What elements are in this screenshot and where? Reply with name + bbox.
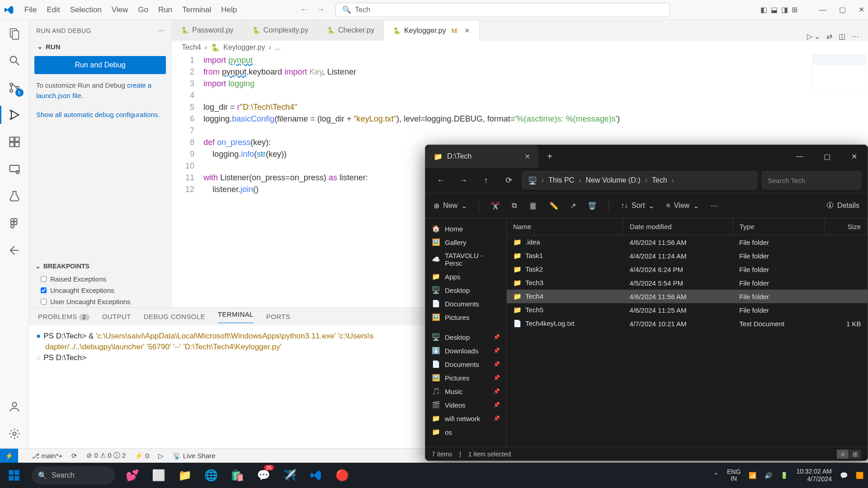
breadcrumb[interactable]: Tech4 › 🐍 Keylogger.py › ...	[172, 41, 868, 54]
explorer-close-icon[interactable]: ✕	[840, 145, 868, 168]
file-row[interactable]: 📁Task24/4/2024 6:24 PMFile folder	[507, 263, 868, 276]
activity-share-icon[interactable]	[6, 242, 23, 258]
window-minimize-icon[interactable]: —	[819, 6, 826, 14]
status-live-share[interactable]: 📡 Live Share	[173, 452, 216, 460]
menu-go[interactable]: Go	[133, 3, 153, 17]
tray-volume-icon[interactable]: 🔊	[764, 472, 772, 479]
layout-panel-icon[interactable]: ⬓	[771, 5, 778, 14]
sidebar-more-icon[interactable]: ⋯	[158, 27, 164, 34]
crumb-thispc[interactable]: This PC	[548, 176, 574, 184]
bp-uncaught-exceptions[interactable]: Uncaught Exceptions	[35, 285, 165, 296]
nav-item[interactable]: ☁️TATAVOLU - Persc	[425, 249, 506, 270]
nav-item[interactable]: 🎬Videos📌	[425, 398, 506, 412]
file-row[interactable]: 📁Tech44/6/2024 11:56 AMFile folder	[507, 290, 868, 303]
panel-terminal[interactable]: TERMINAL	[218, 310, 254, 323]
panel-ports[interactable]: PORTS	[266, 313, 290, 320]
nav-item[interactable]: 📄Documents📌	[425, 357, 506, 371]
breadcrumb-file[interactable]: Keylogger.py	[223, 43, 265, 52]
file-row[interactable]: 📁.idea4/6/2024 11:56 AMFile folder	[507, 235, 868, 249]
panel-output[interactable]: OUTPUT	[102, 313, 131, 320]
menu-help[interactable]: Help	[217, 3, 241, 17]
split-editor-icon[interactable]: ◫	[839, 32, 845, 41]
crumb-volume[interactable]: New Volume (D:)	[586, 176, 641, 184]
bp-raised-checkbox[interactable]	[41, 276, 47, 282]
explorer-new-button[interactable]: ⊕New ⌄	[434, 202, 467, 210]
run-section-header[interactable]: ⌄RUN	[34, 39, 166, 54]
view-details-icon[interactable]: ≡	[837, 450, 849, 459]
bp-user-uncaught-checkbox[interactable]	[41, 299, 47, 305]
tray-language[interactable]: ENGIN	[727, 469, 741, 483]
explorer-up-icon[interactable]: ↑	[477, 171, 495, 189]
taskbar-whatsapp-icon[interactable]: 💬25	[254, 466, 273, 485]
view-icons-icon[interactable]: ⊞	[849, 450, 861, 459]
explorer-minimize-icon[interactable]: —	[786, 145, 813, 168]
col-size[interactable]: Size	[824, 218, 867, 235]
activity-account-icon[interactable]	[6, 399, 23, 415]
tab-close-icon[interactable]: ✕	[464, 27, 470, 35]
activity-debug-icon[interactable]	[6, 107, 23, 123]
explorer-paste-icon[interactable]: 📋	[528, 202, 538, 210]
explorer-more-icon[interactable]: ⋯	[711, 202, 718, 210]
nav-item[interactable]: 🖼️Gallery	[425, 235, 506, 249]
status-problems[interactable]: ⊘ 0 ⚠ 0 ⓘ 2	[86, 451, 126, 460]
status-ports[interactable]: ⚡ 0	[135, 452, 149, 460]
breadcrumb-tail[interactable]: ...	[275, 43, 281, 52]
bp-uncaught-checkbox[interactable]	[41, 287, 47, 293]
layout-customize-icon[interactable]: ⊞	[792, 5, 797, 14]
explorer-rename-icon[interactable]: ✏️	[549, 202, 558, 210]
explorer-refresh-icon[interactable]: ⟳	[500, 171, 518, 189]
run-file-icon[interactable]: ▷ ⌄	[807, 32, 820, 41]
file-row[interactable]: 📄Tech4keyLog.txt4/7/2024 10:21 AMText Do…	[507, 317, 868, 330]
activity-scm-icon[interactable]: 5	[6, 80, 23, 96]
window-maximize-icon[interactable]: ▢	[839, 5, 846, 14]
taskbar-edge-icon[interactable]: 🌐	[202, 466, 221, 485]
explorer-address-bar[interactable]: 🖥️› This PC› New Volume (D:)› Tech›	[522, 171, 757, 189]
show-auto-configs-link[interactable]: Show all automatic debug configurations.	[36, 111, 160, 118]
crumb-tech[interactable]: Tech	[652, 176, 667, 184]
tray-wifi-icon[interactable]: 📶	[749, 472, 756, 479]
tray-copilot-icon[interactable]: 🟧	[856, 472, 863, 479]
menu-terminal[interactable]: Terminal	[178, 3, 216, 17]
file-row[interactable]: 📁Tech54/6/2024 11:25 AMFile folder	[507, 303, 868, 317]
nav-item[interactable]: ⬇️Downloads📌	[425, 344, 506, 357]
file-row[interactable]: 📁Tech34/5/2024 5:54 PMFile folder	[507, 276, 868, 290]
activity-figma-icon[interactable]	[6, 215, 23, 231]
explorer-new-tab[interactable]: +	[538, 151, 561, 162]
explorer-tab[interactable]: 📁 D:\Tech ✕	[425, 145, 538, 168]
nav-item[interactable]: 🖼️Pictures📌	[425, 371, 506, 385]
explorer-copy-icon[interactable]: ⧉	[512, 202, 517, 210]
nav-item[interactable]: 📁Apps	[425, 270, 506, 283]
explorer-details-button[interactable]: 🛈 Details	[826, 202, 859, 210]
taskbar-telegram-icon[interactable]: ✈️	[280, 466, 299, 485]
status-branch[interactable]: ⎇ main*+	[32, 452, 62, 460]
nav-item[interactable]: 🖥️Desktop📌	[425, 330, 506, 344]
taskbar-chrome-icon[interactable]: 🔴	[333, 466, 352, 485]
nav-forward-icon[interactable]: →	[316, 5, 325, 14]
compare-icon[interactable]: ⇄	[826, 32, 832, 41]
nav-item[interactable]: 🏠Home	[425, 222, 506, 235]
activity-search-icon[interactable]	[6, 52, 23, 69]
explorer-search[interactable]: Search Tech	[762, 171, 861, 189]
col-name[interactable]: Name	[507, 218, 623, 235]
file-row[interactable]: 📁Task14/4/2024 11:24 AMFile folder	[507, 249, 868, 263]
panel-problems[interactable]: PROBLEMS2	[38, 313, 90, 320]
tray-notifications-icon[interactable]: 💬	[840, 472, 848, 479]
explorer-cut-icon[interactable]: ✂️	[491, 202, 500, 210]
tray-clock[interactable]: 10:32:02 AM4/7/2024	[796, 468, 832, 483]
editor-more-icon[interactable]: ⋯	[852, 32, 859, 41]
tray-battery-icon[interactable]: 🔋	[780, 472, 788, 479]
nav-item[interactable]: 📁os	[425, 425, 506, 439]
explorer-sort-button[interactable]: ↑↓ Sort ⌄	[621, 202, 654, 210]
breadcrumb-root[interactable]: Tech4	[182, 43, 201, 52]
explorer-delete-icon[interactable]: 🗑️	[588, 202, 597, 210]
remote-indicator-icon[interactable]: ⚡	[0, 449, 18, 463]
menu-view[interactable]: View	[107, 3, 133, 17]
layout-primary-icon[interactable]: ◧	[760, 5, 767, 14]
taskbar-search[interactable]: 🔍Search	[32, 466, 115, 484]
nav-item[interactable]: 📁wifi network📌	[425, 412, 506, 425]
taskbar-widget-icon[interactable]: 💕	[123, 466, 142, 485]
bp-raised-exceptions[interactable]: Raised Exceptions	[35, 273, 165, 285]
explorer-forward-icon[interactable]: →	[454, 171, 472, 189]
tab-close-icon[interactable]: ✕	[524, 152, 530, 161]
menu-file[interactable]: File	[20, 3, 41, 17]
